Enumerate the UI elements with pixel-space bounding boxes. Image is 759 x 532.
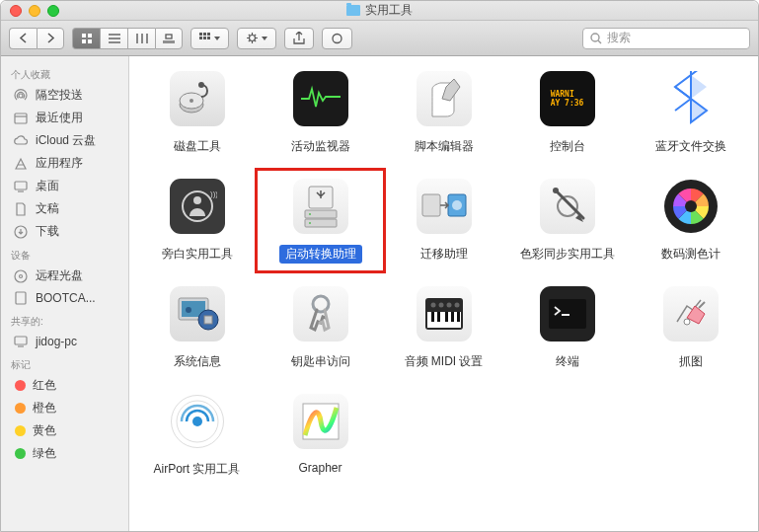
sidebar-item-documents[interactable]: 文稿 [1,197,128,220]
app-label: 活动监视器 [285,137,356,156]
svg-rect-13 [199,33,202,36]
icon-view-button[interactable] [72,28,100,49]
icon-grid-area[interactable]: 磁盘工具活动监视器脚本编辑器WARNIAY 7:36控制台蓝牙文件交换)))旁白… [129,56,758,531]
sidebar-header-shared: 共享的: [1,309,128,331]
tag-dot-icon [15,403,26,414]
svg-rect-24 [15,114,27,123]
sidebar-item-shared-pc[interactable]: jidog-pc [1,331,128,352]
svg-point-21 [591,34,599,41]
app-icon: WARNIAY 7:36 [535,66,600,131]
app-icon [288,281,353,346]
search-field[interactable]: 搜索 [582,28,750,49]
app-label: 色彩同步实用工具 [514,245,621,264]
app-icon [288,174,353,239]
sidebar-item-downloads[interactable]: 下载 [1,220,128,243]
app-colorsync-utility[interactable]: 色彩同步实用工具 [507,174,627,264]
svg-rect-64 [451,312,454,322]
coverflow-view-button[interactable] [155,28,183,49]
app-activity-monitor[interactable]: 活动监视器 [261,66,380,156]
svg-point-44 [309,213,311,215]
svg-point-67 [438,303,443,308]
titlebar[interactable]: 实用工具 [1,1,758,21]
close-button[interactable] [10,5,22,17]
search-icon [590,33,602,44]
sidebar-tag-2[interactable]: 黄色 [1,419,128,442]
svg-point-23 [19,94,23,98]
svg-rect-15 [207,33,210,36]
sidebar-item-applications[interactable]: 应用程序 [1,152,128,175]
svg-point-49 [558,196,577,216]
svg-point-19 [250,36,256,41]
app-terminal[interactable]: 终端 [507,281,627,371]
app-voiceover-utility[interactable]: )))旁白实用工具 [137,174,257,264]
app-boot-camp[interactable]: 启动转换助理 [261,174,380,264]
app-system-info[interactable]: 系统信息 [137,281,257,371]
svg-point-39 [193,196,201,204]
app-digital-color-meter[interactable]: 数码测色计 [631,174,750,264]
tags-button[interactable] [322,28,352,49]
svg-rect-16 [199,37,202,39]
column-view-button[interactable] [127,28,155,49]
back-button[interactable] [9,28,37,49]
zoom-button[interactable] [47,5,59,17]
app-icon: ))) [165,174,230,239]
app-grab[interactable]: 抓图 [631,281,750,371]
folder-icon [346,5,360,16]
sidebar-item-icloud[interactable]: iCloud 云盘 [1,129,128,152]
sidebar-item-airdrop[interactable]: 隔空投送 [1,84,128,107]
svg-rect-1 [88,34,92,38]
minimize-button[interactable] [29,5,40,17]
app-label: 数码测色计 [655,245,726,264]
app-label: AirPort 实用工具 [147,460,246,479]
svg-rect-26 [15,182,27,190]
forward-button[interactable] [37,28,64,49]
svg-rect-18 [207,37,210,39]
share-button[interactable] [284,28,314,49]
app-disk-utility[interactable]: 磁盘工具 [137,66,257,156]
app-icon [412,66,477,131]
sidebar-header-devices: 设备 [1,243,128,265]
app-audio-midi[interactable]: 音频 MIDI 设置 [384,281,503,371]
app-bluetooth-exchange[interactable]: 蓝牙文件交换 [631,66,750,156]
sidebar-header-tags: 标记 [1,352,128,374]
app-script-editor[interactable]: 脚本编辑器 [384,66,503,156]
app-label: 脚本编辑器 [409,137,480,156]
app-icon [658,281,723,346]
app-grapher[interactable]: Grapher [261,389,380,479]
app-icon [412,281,477,346]
app-keychain-access[interactable]: 钥匙串访问 [261,281,380,371]
sidebar-item-desktop[interactable]: 桌面 [1,175,128,197]
sidebar-item-bootcamp[interactable]: BOOTCA... [1,287,128,309]
sidebar-tag-1[interactable]: 橙色 [1,397,128,419]
window-title-text: 实用工具 [365,2,413,19]
sidebar-item-recents[interactable]: 最近使用 [1,107,128,129]
app-icon [165,281,230,346]
arrange-button[interactable] [190,28,229,49]
app-icon [658,174,723,239]
sidebar-item-remote-disc[interactable]: 远程光盘 [1,265,128,287]
svg-point-50 [553,188,559,193]
app-label: Grapher [292,460,347,476]
sidebar-tag-0[interactable]: 红色 [1,374,128,397]
app-icon [535,281,600,346]
app-icon [288,66,353,131]
app-label: 旁白实用工具 [156,245,239,264]
action-button[interactable] [237,28,276,49]
svg-point-71 [684,319,690,325]
app-label: 终端 [550,352,585,371]
svg-point-66 [430,303,435,308]
app-airport-utility[interactable]: AirPort 实用工具 [137,389,257,479]
app-console[interactable]: WARNIAY 7:36控制台 [507,66,627,156]
svg-point-52 [685,200,697,212]
app-migration-assistant[interactable]: 迁移助理 [384,174,503,264]
toolbar: 搜索 [1,21,758,56]
svg-point-48 [452,200,462,210]
svg-point-20 [333,34,342,42]
svg-point-29 [15,270,27,282]
svg-point-45 [309,222,311,224]
sidebar: 个人收藏 隔空投送 最近使用 iCloud 云盘 应用程序 桌面 文稿 下载 设… [1,56,129,531]
sidebar-tag-3[interactable]: 绿色 [1,442,128,465]
list-view-button[interactable] [100,28,127,49]
app-label: 钥匙串访问 [285,352,356,371]
app-label: 系统信息 [168,352,227,371]
